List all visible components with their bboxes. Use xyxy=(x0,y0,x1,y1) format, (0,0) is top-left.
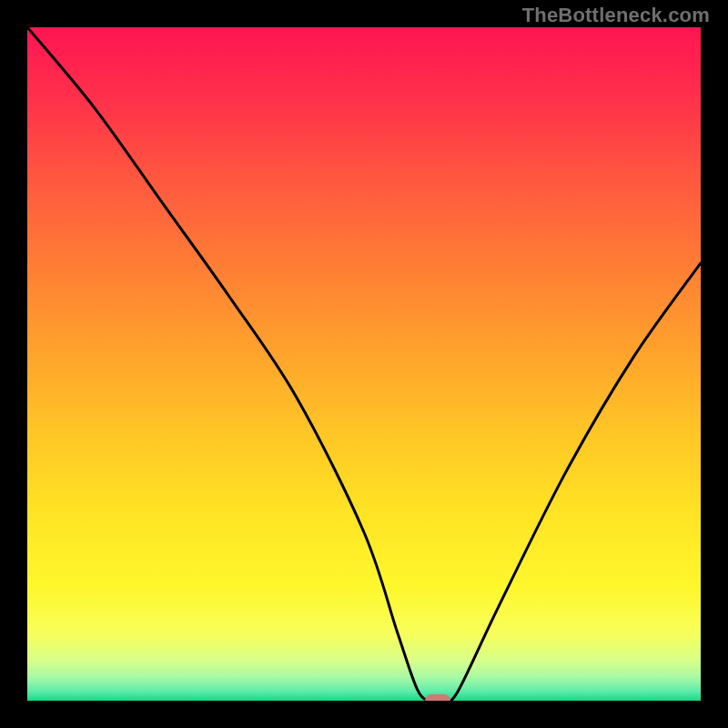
watermark-text: TheBottleneck.com xyxy=(522,4,710,27)
bottleneck-curve xyxy=(27,27,701,701)
chart-frame: TheBottleneck.com xyxy=(0,0,728,728)
curve-path xyxy=(27,27,701,701)
optimum-marker xyxy=(425,694,450,701)
plot-area xyxy=(27,27,701,701)
